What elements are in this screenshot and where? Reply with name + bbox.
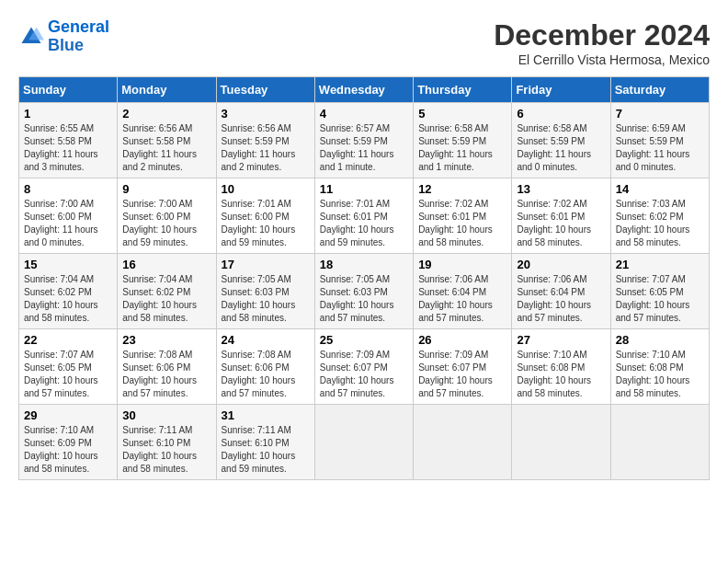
daylight-label: Daylight: 11 hours and 2 minutes. — [222, 149, 296, 172]
daylight-label: Daylight: 10 hours and 57 minutes. — [517, 300, 591, 323]
sunset-label: Sunset: 6:07 PM — [418, 362, 486, 373]
calendar-cell: 22 Sunrise: 7:07 AM Sunset: 6:05 PM Dayl… — [19, 329, 118, 405]
day-number: 9 — [122, 182, 210, 196]
calendar-cell: 28 Sunrise: 7:10 AM Sunset: 6:08 PM Dayl… — [610, 329, 709, 405]
day-info: Sunrise: 7:08 AM Sunset: 6:06 PM Dayligh… — [122, 349, 210, 400]
daylight-label: Daylight: 10 hours and 57 minutes. — [320, 375, 394, 398]
day-number: 5 — [418, 107, 506, 121]
day-number: 15 — [24, 258, 112, 271]
calendar-week-3: 15 Sunrise: 7:04 AM Sunset: 6:02 PM Dayl… — [19, 254, 710, 329]
day-info: Sunrise: 6:57 AM Sunset: 5:59 PM Dayligh… — [320, 122, 408, 174]
sunrise-label: Sunrise: 7:11 AM — [122, 425, 192, 435]
daylight-label: Daylight: 10 hours and 59 minutes. — [222, 451, 296, 474]
day-number: 20 — [517, 258, 605, 271]
calendar-cell: 13 Sunrise: 7:02 AM Sunset: 6:01 PM Dayl… — [512, 178, 610, 254]
daylight-label: Daylight: 10 hours and 58 minutes. — [24, 300, 98, 323]
calendar-cell: 26 Sunrise: 7:09 AM Sunset: 6:07 PM Dayl… — [414, 329, 512, 405]
day-number: 30 — [122, 408, 210, 422]
sunrise-label: Sunrise: 7:01 AM — [320, 199, 390, 209]
calendar-cell: 6 Sunrise: 6:58 AM Sunset: 5:59 PM Dayli… — [512, 103, 610, 178]
sunrise-label: Sunrise: 7:03 AM — [616, 199, 686, 209]
calendar-cell: 30 Sunrise: 7:11 AM Sunset: 6:10 PM Dayl… — [118, 405, 216, 480]
sunrise-label: Sunrise: 7:07 AM — [24, 350, 94, 360]
daylight-label: Daylight: 10 hours and 58 minutes. — [616, 224, 690, 247]
calendar-cell: 18 Sunrise: 7:05 AM Sunset: 6:03 PM Dayl… — [314, 254, 413, 329]
sunrise-label: Sunrise: 7:00 AM — [24, 199, 94, 209]
day-info: Sunrise: 7:09 AM Sunset: 6:07 PM Dayligh… — [320, 349, 408, 400]
logo-text: General Blue — [48, 18, 109, 55]
day-number: 27 — [517, 333, 605, 347]
day-number: 24 — [222, 333, 310, 347]
calendar-cell: 4 Sunrise: 6:57 AM Sunset: 5:59 PM Dayli… — [314, 103, 413, 178]
sunset-label: Sunset: 6:08 PM — [616, 362, 684, 373]
sunset-label: Sunset: 6:00 PM — [222, 212, 290, 222]
weekday-header-saturday: Saturday — [610, 77, 709, 103]
calendar-cell: 2 Sunrise: 6:56 AM Sunset: 5:58 PM Dayli… — [118, 103, 216, 178]
daylight-label: Daylight: 10 hours and 59 minutes. — [320, 224, 394, 247]
calendar-cell: 10 Sunrise: 7:01 AM Sunset: 6:00 PM Dayl… — [216, 178, 314, 254]
day-number: 31 — [222, 408, 310, 422]
calendar-cell: 31 Sunrise: 7:11 AM Sunset: 6:10 PM Dayl… — [216, 405, 314, 480]
calendar-body: 1 Sunrise: 6:55 AM Sunset: 5:58 PM Dayli… — [19, 103, 710, 480]
weekday-header-wednesday: Wednesday — [314, 77, 413, 103]
sunset-label: Sunset: 6:03 PM — [222, 287, 290, 297]
calendar-cell: 19 Sunrise: 7:06 AM Sunset: 6:04 PM Dayl… — [414, 254, 512, 329]
logo-icon — [18, 24, 44, 50]
sunset-label: Sunset: 6:01 PM — [517, 212, 585, 222]
daylight-label: Daylight: 10 hours and 58 minutes. — [616, 375, 690, 398]
calendar-cell: 16 Sunrise: 7:04 AM Sunset: 6:02 PM Dayl… — [118, 254, 216, 329]
sunset-label: Sunset: 6:02 PM — [122, 287, 190, 297]
logo-line1: General — [48, 17, 109, 36]
daylight-label: Daylight: 11 hours and 3 minutes. — [24, 149, 98, 172]
sunset-label: Sunset: 6:01 PM — [418, 212, 486, 222]
calendar-cell — [610, 405, 709, 480]
sunset-label: Sunset: 5:59 PM — [517, 136, 585, 146]
day-number: 19 — [418, 258, 506, 271]
sunset-label: Sunset: 6:07 PM — [320, 362, 388, 373]
day-number: 25 — [320, 333, 408, 347]
day-number: 22 — [24, 333, 112, 347]
day-info: Sunrise: 7:03 AM Sunset: 6:02 PM Dayligh… — [616, 198, 704, 249]
sunrise-label: Sunrise: 7:01 AM — [222, 199, 291, 209]
day-info: Sunrise: 6:56 AM Sunset: 5:58 PM Dayligh… — [122, 122, 210, 174]
month-title: December 2024 — [494, 18, 710, 52]
sunrise-label: Sunrise: 7:08 AM — [222, 350, 291, 360]
calendar-cell: 27 Sunrise: 7:10 AM Sunset: 6:08 PM Dayl… — [512, 329, 610, 405]
day-number: 17 — [222, 258, 310, 271]
sunset-label: Sunset: 6:00 PM — [24, 212, 92, 222]
sunset-label: Sunset: 6:02 PM — [616, 212, 684, 222]
sunrise-label: Sunrise: 6:58 AM — [517, 123, 586, 133]
day-info: Sunrise: 7:05 AM Sunset: 6:03 PM Dayligh… — [320, 273, 408, 325]
sunrise-label: Sunrise: 6:59 AM — [616, 123, 686, 133]
sunrise-label: Sunrise: 6:55 AM — [24, 123, 94, 133]
day-number: 10 — [222, 182, 310, 196]
calendar-cell: 20 Sunrise: 7:06 AM Sunset: 6:04 PM Dayl… — [512, 254, 610, 329]
sunset-label: Sunset: 5:58 PM — [24, 136, 92, 146]
logo-line2: Blue — [48, 36, 84, 54]
daylight-label: Daylight: 10 hours and 58 minutes. — [122, 300, 197, 323]
sunrise-label: Sunrise: 7:10 AM — [517, 350, 586, 360]
daylight-label: Daylight: 11 hours and 1 minute. — [320, 149, 394, 172]
day-info: Sunrise: 7:06 AM Sunset: 6:04 PM Dayligh… — [418, 273, 506, 325]
sunrise-label: Sunrise: 7:09 AM — [320, 350, 390, 360]
calendar-cell: 25 Sunrise: 7:09 AM Sunset: 6:07 PM Dayl… — [314, 329, 413, 405]
day-info: Sunrise: 6:56 AM Sunset: 5:59 PM Dayligh… — [222, 122, 310, 174]
sunset-label: Sunset: 6:02 PM — [24, 287, 92, 297]
sunrise-label: Sunrise: 7:06 AM — [517, 274, 586, 284]
day-info: Sunrise: 7:10 AM Sunset: 6:08 PM Dayligh… — [517, 349, 605, 400]
calendar-cell: 17 Sunrise: 7:05 AM Sunset: 6:03 PM Dayl… — [216, 254, 314, 329]
calendar-cell: 12 Sunrise: 7:02 AM Sunset: 6:01 PM Dayl… — [414, 178, 512, 254]
daylight-label: Daylight: 10 hours and 59 minutes. — [122, 224, 197, 247]
sunset-label: Sunset: 6:09 PM — [24, 438, 92, 448]
day-info: Sunrise: 7:02 AM Sunset: 6:01 PM Dayligh… — [517, 198, 605, 249]
title-area: December 2024 El Cerrillo Vista Hermosa,… — [494, 18, 710, 67]
sunset-label: Sunset: 5:59 PM — [418, 136, 486, 146]
sunrise-label: Sunrise: 6:57 AM — [320, 123, 390, 133]
sunrise-label: Sunrise: 7:05 AM — [222, 274, 291, 284]
sunrise-label: Sunrise: 6:58 AM — [418, 123, 488, 133]
day-info: Sunrise: 6:55 AM Sunset: 5:58 PM Dayligh… — [24, 122, 112, 174]
weekday-header-row: SundayMondayTuesdayWednesdayThursdayFrid… — [19, 77, 710, 103]
daylight-label: Daylight: 11 hours and 0 minutes. — [616, 149, 690, 172]
calendar-cell: 3 Sunrise: 6:56 AM Sunset: 5:59 PM Dayli… — [216, 103, 314, 178]
calendar-cell: 9 Sunrise: 7:00 AM Sunset: 6:00 PM Dayli… — [118, 178, 216, 254]
